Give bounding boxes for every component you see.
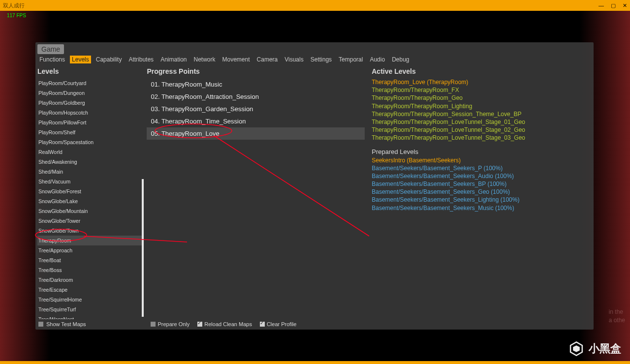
- level-item[interactable]: Tree/Boat: [37, 255, 144, 265]
- game-chip[interactable]: Game: [37, 44, 64, 54]
- clear-profile-row[interactable]: Clear Profile: [260, 321, 297, 327]
- active-level-item: TherapyRoom/TherapyRoom_FX: [372, 86, 590, 94]
- level-item[interactable]: Tree/Darkroom: [37, 275, 144, 285]
- prepared-level-item: Basement/Seekers/Basement_Seekers_Lighti…: [372, 196, 590, 204]
- level-item[interactable]: Shed/Vacuum: [37, 177, 144, 186]
- progress-checks: Prepare Only Reload Clean Maps Clear Pro…: [147, 319, 365, 329]
- level-item[interactable]: PlayRoom/Hopscotch: [37, 108, 144, 118]
- close-button[interactable]: ✕: [623, 2, 627, 9]
- prepared-level-item: Basement/Seekers/Basement_Seekers_Music …: [372, 204, 590, 212]
- levels-list[interactable]: PlayRoom/CourtyardPlayRoom/DungeonPlayRo…: [37, 78, 144, 319]
- level-item[interactable]: Shed/Main: [37, 167, 144, 177]
- show-test-maps-checkbox[interactable]: [38, 322, 43, 327]
- border-bottom: [0, 361, 630, 364]
- levels-header: Levels: [37, 66, 144, 76]
- level-item[interactable]: PlayRoom/Dungeon: [37, 88, 144, 98]
- level-item[interactable]: Tree/Escape: [37, 285, 144, 295]
- scrollbar-thumb[interactable]: [142, 179, 144, 317]
- progress-list[interactable]: 01. TherapyRoom_Music02. TherapyRoom_Att…: [147, 78, 365, 319]
- watermark-text: 小黑盒: [589, 341, 621, 356]
- window-titlebar: 双人成行 — ▢ ✕: [0, 0, 630, 11]
- level-item[interactable]: Tree/SquirreTurf: [37, 304, 144, 314]
- window-title: 双人成行: [3, 2, 25, 9]
- level-item[interactable]: SnowGlobe/Forest: [37, 186, 144, 196]
- active-levels-header: Active Levels: [372, 66, 590, 76]
- level-item[interactable]: Shed/Awakening: [37, 157, 144, 167]
- prepared-level-item: Basement/Seekers/Basement_Seekers_Geo (1…: [372, 188, 590, 196]
- menubar-item-animation[interactable]: Animation: [158, 56, 189, 63]
- menubar: FunctionsLevelsCapabilityAttributesAnima…: [35, 54, 594, 66]
- show-test-maps-label: Show Test Maps: [46, 321, 86, 327]
- level-item[interactable]: PlayRoom/Goldberg: [37, 98, 144, 108]
- prepared-level-item: Basement/Seekers/Basement_Seekers_BP (10…: [372, 180, 590, 188]
- prepared-levels-header: Prepared Levels: [372, 148, 590, 155]
- menubar-item-movement[interactable]: Movement: [220, 56, 252, 63]
- level-item[interactable]: SnowGlobe/Mountain: [37, 206, 144, 216]
- progress-item[interactable]: 01. TherapyRoom_Music: [147, 78, 365, 91]
- progress-column: Progress Points 01. TherapyRoom_Music02.…: [144, 66, 368, 329]
- prepared-levels-list: SeekersIntro (Basement/Seekers)Basement/…: [372, 156, 590, 212]
- prepared-level-item: Basement/Seekers/Basement_Seekers_P (100…: [372, 164, 590, 172]
- level-item[interactable]: PlayRoom/Spacestation: [37, 137, 144, 147]
- watermark-icon: [568, 340, 585, 357]
- menubar-item-audio[interactable]: Audio: [368, 56, 387, 63]
- level-item[interactable]: RealWorld: [37, 147, 144, 157]
- menubar-item-network[interactable]: Network: [192, 56, 218, 63]
- level-item[interactable]: SnowGlobe/Tower: [37, 216, 144, 226]
- prepared-level-item: SeekersIntro (Basement/Seekers): [372, 156, 590, 164]
- active-level-item: TherapyRoom/TherapyRoom_LoveTunnel_Stage…: [372, 126, 590, 134]
- window-controls: — ▢ ✕: [598, 2, 627, 9]
- level-item[interactable]: TherapyRoom: [37, 236, 144, 245]
- debug-panel: Game FunctionsLevelsCapabilityAttributes…: [35, 42, 594, 330]
- prepared-level-item: Basement/Seekers/Basement_Seekers_Audio …: [372, 172, 590, 180]
- active-level-item: TherapyRoom/TherapyRoom_Session_Theme_Lo…: [372, 110, 590, 118]
- maximize-button[interactable]: ▢: [611, 2, 616, 9]
- active-level-item: TherapyRoom/TherapyRoom_LoveTunnel_Stage…: [372, 134, 590, 142]
- menubar-item-debug[interactable]: Debug: [390, 56, 411, 63]
- prepare-only-row[interactable]: Prepare Only: [151, 321, 189, 327]
- level-item[interactable]: SnowGlobe/Town: [37, 226, 144, 236]
- menubar-item-camera[interactable]: Camera: [255, 56, 280, 63]
- menubar-item-visuals[interactable]: Visuals: [283, 56, 305, 63]
- active-level-item: TherapyRoom/TherapyRoom_LoveTunnel_Stage…: [372, 118, 590, 126]
- levels-column: Levels PlayRoom/CourtyardPlayRoom/Dungeo…: [35, 66, 144, 329]
- reload-clean-row[interactable]: Reload Clean Maps: [197, 321, 252, 327]
- level-item[interactable]: Tree/Boss: [37, 265, 144, 275]
- minimize-button[interactable]: —: [598, 2, 604, 8]
- menubar-item-functions[interactable]: Functions: [37, 56, 67, 63]
- level-item[interactable]: PlayRoom/Courtyard: [37, 78, 144, 88]
- active-level-item: TherapyRoom/TherapyRoom_Geo: [372, 94, 590, 102]
- clear-profile-checkbox[interactable]: [260, 322, 265, 327]
- active-level-item: TherapyRoom/TherapyRoom_Lighting: [372, 102, 590, 110]
- progress-item[interactable]: 02. TherapyRoom_Attraction_Session: [147, 91, 365, 103]
- menubar-item-temporal[interactable]: Temporal: [337, 56, 365, 63]
- level-item[interactable]: PlayRoom/PillowFort: [37, 118, 144, 127]
- active-level-item: TherapyRoom_Love (TherapyRoom): [372, 78, 590, 86]
- menubar-item-settings[interactable]: Settings: [309, 56, 334, 63]
- reload-clean-checkbox[interactable]: [197, 322, 202, 327]
- progress-item[interactable]: 03. TherapyRoom_Garden_Session: [147, 103, 365, 115]
- menubar-item-attributes[interactable]: Attributes: [126, 56, 156, 63]
- menubar-item-capability[interactable]: Capability: [94, 56, 124, 63]
- menubar-item-levels[interactable]: Levels: [70, 56, 91, 63]
- background-text: in the a othe: [609, 308, 625, 325]
- progress-item[interactable]: 04. TherapyRoom_Time_Session: [147, 115, 365, 127]
- active-column: Active Levels TherapyRoom_Love (TherapyR…: [368, 66, 594, 329]
- active-levels-list: TherapyRoom_Love (TherapyRoom)TherapyRoo…: [372, 78, 590, 142]
- watermark: 小黑盒: [568, 340, 621, 357]
- progress-item[interactable]: 05. TherapyRoom_Love: [147, 127, 365, 140]
- level-item[interactable]: Tree/SquirrelHome: [37, 295, 144, 304]
- level-item[interactable]: SnowGlobe/Lake: [37, 196, 144, 206]
- show-test-maps-row[interactable]: Show Test Maps: [37, 319, 144, 329]
- level-item[interactable]: Tree/WaspNest: [37, 314, 144, 319]
- progress-header: Progress Points: [147, 66, 365, 76]
- level-item[interactable]: PlayRoom/Shelf: [37, 127, 144, 137]
- fps-counter: 117 FPS: [7, 13, 26, 18]
- prepare-only-checkbox[interactable]: [151, 322, 156, 327]
- level-item[interactable]: Tree/Approach: [37, 245, 144, 255]
